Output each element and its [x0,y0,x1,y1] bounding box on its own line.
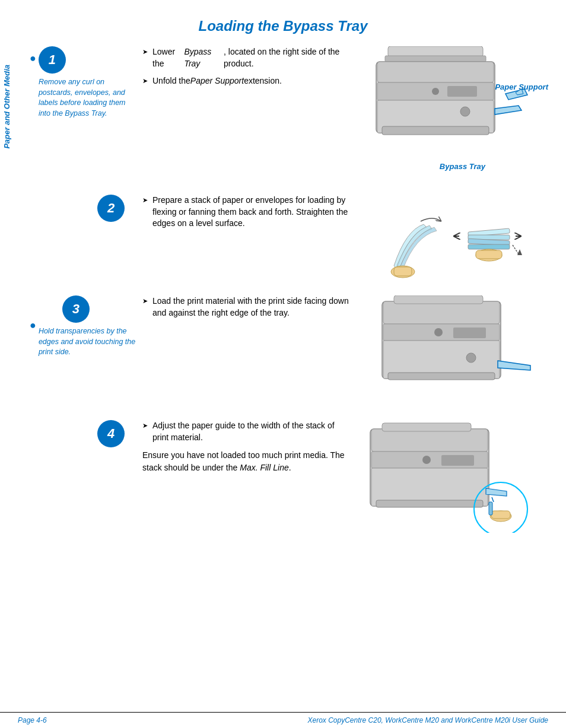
step-2-left: 2 [30,195,136,222]
svg-point-26 [466,353,476,363]
svg-rect-1 [385,56,486,62]
paper-support-label: Paper Support [495,82,548,91]
content-area: ● 1 Remove any curl on postcards, envelo… [12,46,566,539]
svg-rect-11 [394,267,412,276]
svg-point-6 [432,88,439,95]
step-1-instructions: Lower the Bypass Tray, located on the ri… [136,46,358,93]
step-3-section: ● 3 Hold transparencies by the edges and… [30,295,548,408]
bypass-tray-label: Bypass Tray [440,161,485,171]
svg-point-9 [460,107,470,116]
sidebar-label: Paper and Other Media [0,30,13,184]
step-3-illustration [358,295,548,408]
step-4-extra-text: Ensure you have not loaded too much prin… [142,449,352,474]
svg-rect-8 [382,126,489,135]
step-3-instruction-1: Load the print material with the print s… [142,295,352,319]
step-4-circle: 4 [97,420,125,447]
svg-rect-35 [376,500,483,507]
step-4-left: 4 [30,420,136,447]
step-1-left: ● 1 Remove any curl on postcards, envelo… [30,46,136,121]
step3-bullet: ● [30,319,36,332]
step-2-circle: 2 [97,195,125,222]
step-2-instructions: Prepare a stack of paper or envelopes fo… [136,195,358,236]
footer-page-number: Page 4-6 [18,716,47,724]
step-4-instruction-1: Adjust the paper guide to the width of t… [142,420,352,443]
step-3-instructions: Load the print material with the print s… [136,295,358,325]
page-footer: Page 4-6 Xerox CopyCentre C20, WorkCentr… [0,712,566,728]
svg-marker-16 [517,249,522,255]
svg-rect-20 [383,301,500,324]
svg-rect-18 [476,250,502,259]
svg-rect-15 [468,244,510,249]
step-2-illustration [358,195,548,284]
step-1-instruction-1: Lower the Bypass Tray, located on the ri… [142,46,352,69]
paper-fan-illustration [370,195,536,284]
copier-illustration-3 [370,295,536,408]
svg-rect-39 [489,502,492,515]
step-4-illustration [358,420,548,539]
page-title: Loading the Bypass Tray [0,0,566,46]
step-1-circle: 1 [39,46,66,74]
svg-rect-24 [453,328,486,338]
step-1-instruction-2: Unfold the Paper Support extension. [142,75,352,87]
step-4-section: 4 Adjust the paper guide to the width of… [30,420,548,539]
svg-rect-5 [447,86,477,97]
svg-rect-29 [371,429,488,452]
step-3-note: Hold transparencies by the edges and avo… [39,326,136,358]
svg-point-36 [474,482,527,533]
svg-rect-30 [382,423,471,431]
step-2-instruction-1: Prepare a stack of paper or envelopes fo… [142,195,352,230]
footer-guide-title: Xerox CopyCentre C20, WorkCentre M20 and… [308,716,549,724]
svg-rect-27 [388,373,495,380]
svg-rect-21 [394,295,483,304]
step-4-instructions: Adjust the paper guide to the width of t… [136,420,358,474]
step-3-circle: 3 [62,295,90,323]
step-1-section: ● 1 Remove any curl on postcards, envelo… [30,46,548,177]
step-1-note: Remove any curl on postcards, envelopes,… [39,77,136,119]
svg-point-32 [422,456,431,464]
step-1-illustration: Paper Support Bypass Tray [358,46,548,177]
svg-rect-33 [441,455,474,466]
copier-illustration-4 [364,420,530,533]
svg-rect-38 [491,511,510,519]
svg-point-23 [434,328,443,336]
page-wrapper: Paper and Other Media Loading the Bypass… [0,0,566,728]
step-3-left: ● 3 Hold transparencies by the edges and… [30,295,136,358]
step1-bullet: ● [30,52,36,65]
svg-rect-0 [388,46,483,57]
step-2-section: 2 Prepare a stack of paper or envelopes … [30,195,548,284]
svg-rect-3 [377,62,494,82]
copier-illustration-1 [364,46,530,159]
